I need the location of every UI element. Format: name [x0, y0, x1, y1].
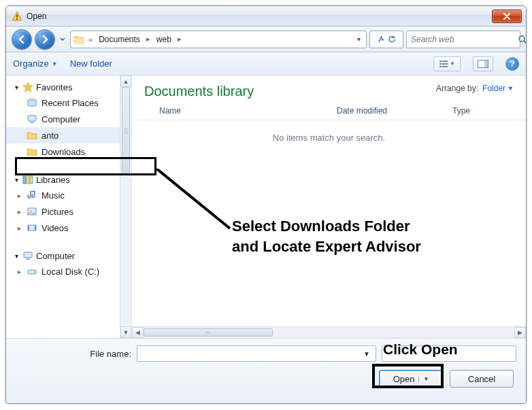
- computer-label: Computer: [36, 251, 75, 261]
- file-type-filter[interactable]: [382, 345, 516, 362]
- tree-item-label: Computer: [41, 114, 80, 124]
- breadcrumb-web[interactable]: web: [154, 34, 173, 45]
- search-box[interactable]: [406, 31, 520, 48]
- tree-item-label: Recent Places: [41, 98, 99, 108]
- tree-group-computer[interactable]: ▾ Computer: [6, 248, 131, 263]
- preview-pane-icon: [478, 60, 488, 68]
- search-icon: [518, 35, 527, 44]
- folder-icon: [27, 130, 37, 141]
- pictures-icon: [27, 206, 37, 217]
- open-button[interactable]: Open ▼: [379, 370, 443, 388]
- svg-rect-15: [28, 116, 36, 121]
- tree-item-music[interactable]: ▸ Music: [6, 187, 131, 203]
- svg-rect-23: [28, 225, 29, 230]
- svg-rect-0: [16, 14, 18, 18]
- filename-field-wrap: ▼: [137, 345, 376, 362]
- horizontal-scrollbar[interactable]: ◀ ▶: [132, 326, 526, 338]
- sidebar-scrollbar[interactable]: ▲ ▼: [120, 75, 131, 338]
- recent-places-icon: [27, 97, 37, 108]
- tree-item-label: Local Disk (C:): [41, 267, 99, 277]
- scroll-up-button[interactable]: ▲: [120, 75, 131, 87]
- address-bar[interactable]: « Documents ▸ web ▸ ▾: [70, 31, 367, 48]
- scrollbar-thumb[interactable]: [122, 87, 130, 175]
- chevron-down-icon: ▼: [450, 61, 455, 67]
- scroll-right-button[interactable]: ▶: [514, 327, 526, 338]
- chevron-right-icon: ▸: [176, 35, 183, 44]
- computer-icon: [22, 250, 33, 261]
- arrow-left-icon: [17, 35, 27, 44]
- svg-rect-2: [74, 38, 84, 44]
- navigation-pane: ▾ Favorites Recent Places Computer anto: [6, 75, 132, 338]
- tree-group-favorites[interactable]: ▾ Favorites: [6, 80, 131, 95]
- arrange-by-dropdown[interactable]: Folder ▼: [482, 84, 514, 93]
- collapse-arrow-icon: ▾: [13, 176, 20, 184]
- refresh-icon: [388, 35, 396, 44]
- column-name[interactable]: Name: [159, 106, 337, 116]
- dialog-body: ▾ Favorites Recent Places Computer anto: [6, 75, 526, 338]
- svg-rect-17: [23, 176, 26, 184]
- scroll-down-button[interactable]: ▼: [120, 326, 131, 338]
- scrollbar-track[interactable]: [120, 87, 131, 326]
- tree-item-pictures[interactable]: ▸ Pictures: [6, 203, 131, 220]
- cancel-button[interactable]: Cancel: [450, 370, 514, 388]
- arrow-right-icon: [40, 35, 50, 44]
- refresh-button[interactable]: [369, 31, 403, 48]
- chevron-right-icon: ▸: [145, 35, 152, 44]
- column-headers[interactable]: Name Date modified Type: [132, 102, 526, 120]
- help-icon: ?: [510, 58, 515, 69]
- address-dropdown[interactable]: ▾: [354, 35, 363, 43]
- navbar: « Documents ▸ web ▸ ▾: [6, 27, 526, 52]
- chevron-down-icon: [60, 37, 65, 41]
- tree-item-local-disk-c[interactable]: ▸ Local Disk (C:): [6, 263, 131, 279]
- svg-rect-18: [27, 176, 29, 184]
- svg-rect-16: [30, 122, 34, 123]
- filename-input[interactable]: [140, 349, 361, 359]
- back-button[interactable]: [12, 29, 32, 50]
- column-type[interactable]: Type: [452, 106, 514, 116]
- music-icon: [27, 190, 37, 201]
- forward-button[interactable]: [35, 29, 55, 50]
- tree-item-recent-places[interactable]: Recent Places: [6, 95, 131, 111]
- preview-pane-button[interactable]: [473, 56, 493, 71]
- organize-menu[interactable]: Organize ▼: [13, 58, 58, 69]
- favorites-label: Favorites: [36, 82, 72, 92]
- svg-point-21: [30, 210, 32, 212]
- expand-arrow-icon: ▸: [16, 268, 22, 275]
- tree-item-anto[interactable]: anto: [6, 127, 131, 143]
- tree-item-label: Pictures: [41, 207, 73, 217]
- toolbar: Organize ▼ New folder ▼ ?: [6, 52, 526, 75]
- history-dropdown[interactable]: [58, 31, 67, 48]
- close-button[interactable]: [492, 10, 522, 23]
- libraries-icon: [22, 174, 33, 185]
- breadcrumb-documents[interactable]: Documents: [97, 34, 142, 45]
- scrollbar-track[interactable]: [144, 327, 514, 338]
- svg-rect-5: [442, 61, 448, 62]
- split-arrow-icon: ▼: [418, 376, 429, 382]
- filename-label: File name:: [16, 349, 131, 359]
- scroll-left-button[interactable]: ◀: [132, 327, 144, 338]
- expand-arrow-icon: ▸: [16, 208, 22, 216]
- collapse-arrow-icon: ▾: [13, 84, 20, 91]
- tree-item-downloads[interactable]: Downloads: [6, 143, 131, 160]
- tree-item-computer[interactable]: Computer: [6, 111, 131, 127]
- svg-rect-12: [28, 100, 36, 106]
- tree-group-libraries[interactable]: ▾ Libraries: [6, 172, 131, 187]
- new-folder-button[interactable]: New folder: [70, 58, 112, 69]
- help-button[interactable]: ?: [505, 57, 519, 71]
- open-button-label: Open: [393, 374, 415, 384]
- tree-item-videos[interactable]: ▸ Videos: [6, 220, 131, 236]
- folder-icon: [27, 146, 37, 157]
- library-title: Documents library: [144, 84, 436, 99]
- search-input[interactable]: [411, 35, 514, 44]
- svg-rect-4: [439, 61, 442, 62]
- chevron-down-icon: ▼: [508, 85, 514, 92]
- scrollbar-thumb[interactable]: [144, 328, 273, 337]
- column-date[interactable]: Date modified: [337, 106, 452, 116]
- svg-point-3: [519, 36, 525, 41]
- dropdown-arrow-icon[interactable]: ▼: [361, 350, 373, 358]
- organize-label: Organize: [13, 58, 49, 69]
- folder-icon: [73, 34, 84, 45]
- view-options-button[interactable]: ▼: [433, 56, 461, 71]
- svg-rect-13: [29, 99, 31, 101]
- svg-rect-8: [439, 66, 442, 67]
